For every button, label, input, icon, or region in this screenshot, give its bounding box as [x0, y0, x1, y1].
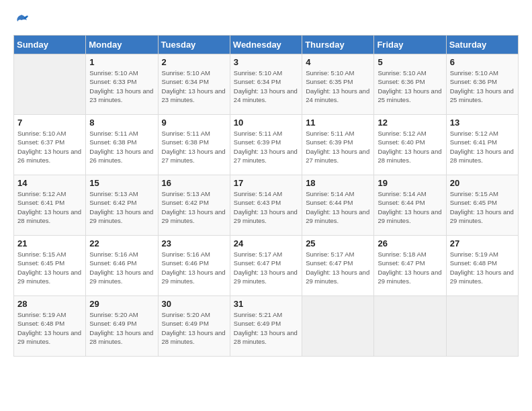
- day-number: 20: [450, 178, 515, 188]
- calendar-cell: 13Sunrise: 5:12 AM Sunset: 6:41 PM Dayli…: [446, 115, 518, 175]
- calendar-cell: 4Sunrise: 5:10 AM Sunset: 6:35 PM Daylig…: [302, 54, 374, 115]
- calendar-cell: 16Sunrise: 5:13 AM Sunset: 6:42 PM Dayli…: [158, 175, 230, 236]
- day-info: Sunrise: 5:10 AM Sunset: 6:36 PM Dayligh…: [450, 68, 515, 104]
- day-info: Sunrise: 5:16 AM Sunset: 6:46 PM Dayligh…: [162, 250, 226, 285]
- calendar-cell: 30Sunrise: 5:20 AM Sunset: 6:49 PM Dayli…: [158, 296, 230, 357]
- calendar-cell: 28Sunrise: 5:19 AM Sunset: 6:48 PM Dayli…: [14, 296, 86, 357]
- weekday-header: Sunday: [14, 36, 86, 54]
- day-number: 19: [378, 178, 442, 188]
- calendar-cell: [14, 54, 86, 115]
- day-info: Sunrise: 5:19 AM Sunset: 6:48 PM Dayligh…: [17, 310, 82, 346]
- day-info: Sunrise: 5:14 AM Sunset: 6:44 PM Dayligh…: [306, 189, 370, 225]
- day-number: 2: [162, 57, 226, 67]
- day-info: Sunrise: 5:10 AM Sunset: 6:33 PM Dayligh…: [89, 68, 154, 104]
- day-number: 4: [306, 57, 370, 67]
- calendar-week-row: 28Sunrise: 5:19 AM Sunset: 6:48 PM Dayli…: [14, 296, 519, 357]
- day-info: Sunrise: 5:15 AM Sunset: 6:45 PM Dayligh…: [17, 250, 82, 285]
- calendar-cell: 14Sunrise: 5:12 AM Sunset: 6:41 PM Dayli…: [14, 175, 86, 236]
- day-number: 25: [306, 238, 370, 248]
- calendar-cell: 25Sunrise: 5:17 AM Sunset: 6:47 PM Dayli…: [302, 236, 374, 296]
- weekday-header: Wednesday: [230, 36, 302, 54]
- day-number: 1: [89, 57, 154, 67]
- day-info: Sunrise: 5:10 AM Sunset: 6:34 PM Dayligh…: [234, 68, 298, 104]
- day-info: Sunrise: 5:10 AM Sunset: 6:34 PM Dayligh…: [162, 68, 226, 104]
- day-number: 23: [162, 238, 226, 248]
- day-number: 10: [234, 118, 298, 128]
- day-number: 15: [89, 178, 154, 188]
- day-info: Sunrise: 5:10 AM Sunset: 6:35 PM Dayligh…: [306, 68, 370, 104]
- weekday-header: Saturday: [446, 36, 518, 54]
- calendar-week-row: 14Sunrise: 5:12 AM Sunset: 6:41 PM Dayli…: [14, 175, 519, 236]
- weekday-header: Monday: [86, 36, 158, 54]
- day-number: 31: [234, 299, 298, 309]
- day-number: 14: [17, 178, 82, 188]
- day-info: Sunrise: 5:14 AM Sunset: 6:43 PM Dayligh…: [234, 189, 298, 225]
- calendar-cell: [446, 296, 518, 357]
- day-number: 29: [89, 299, 154, 309]
- day-number: 11: [306, 118, 370, 128]
- calendar-cell: 12Sunrise: 5:12 AM Sunset: 6:40 PM Dayli…: [374, 115, 446, 175]
- calendar-cell: 8Sunrise: 5:11 AM Sunset: 6:38 PM Daylig…: [86, 115, 158, 175]
- calendar-cell: 5Sunrise: 5:10 AM Sunset: 6:36 PM Daylig…: [374, 54, 446, 115]
- day-info: Sunrise: 5:17 AM Sunset: 6:47 PM Dayligh…: [306, 250, 370, 285]
- day-number: 13: [450, 118, 515, 128]
- day-number: 9: [162, 118, 226, 128]
- day-number: 3: [234, 57, 298, 67]
- day-info: Sunrise: 5:18 AM Sunset: 6:47 PM Dayligh…: [378, 250, 442, 285]
- calendar-cell: 17Sunrise: 5:14 AM Sunset: 6:43 PM Dayli…: [230, 175, 302, 236]
- calendar-cell: 23Sunrise: 5:16 AM Sunset: 6:46 PM Dayli…: [158, 236, 230, 296]
- day-info: Sunrise: 5:13 AM Sunset: 6:42 PM Dayligh…: [89, 189, 154, 225]
- calendar-cell: 1Sunrise: 5:10 AM Sunset: 6:33 PM Daylig…: [86, 54, 158, 115]
- day-number: 30: [162, 299, 226, 309]
- day-info: Sunrise: 5:12 AM Sunset: 6:40 PM Dayligh…: [378, 129, 442, 165]
- calendar-cell: 26Sunrise: 5:18 AM Sunset: 6:47 PM Dayli…: [374, 236, 446, 296]
- calendar-cell: 10Sunrise: 5:11 AM Sunset: 6:39 PM Dayli…: [230, 115, 302, 175]
- day-number: 26: [378, 238, 442, 248]
- day-info: Sunrise: 5:13 AM Sunset: 6:42 PM Dayligh…: [162, 189, 226, 225]
- calendar-table: SundayMondayTuesdayWednesdayThursdayFrid…: [13, 35, 519, 357]
- day-info: Sunrise: 5:10 AM Sunset: 6:37 PM Dayligh…: [17, 129, 82, 165]
- calendar-cell: 21Sunrise: 5:15 AM Sunset: 6:45 PM Dayli…: [14, 236, 86, 296]
- calendar-cell: 20Sunrise: 5:15 AM Sunset: 6:45 PM Dayli…: [446, 175, 518, 236]
- calendar-cell: 19Sunrise: 5:14 AM Sunset: 6:44 PM Dayli…: [374, 175, 446, 236]
- calendar-week-row: 7Sunrise: 5:10 AM Sunset: 6:37 PM Daylig…: [14, 115, 519, 175]
- day-info: Sunrise: 5:19 AM Sunset: 6:48 PM Dayligh…: [450, 250, 515, 285]
- calendar-week-row: 21Sunrise: 5:15 AM Sunset: 6:45 PM Dayli…: [14, 236, 519, 296]
- day-info: Sunrise: 5:17 AM Sunset: 6:47 PM Dayligh…: [234, 250, 298, 285]
- day-info: Sunrise: 5:11 AM Sunset: 6:38 PM Dayligh…: [162, 129, 226, 165]
- day-number: 22: [89, 238, 154, 248]
- day-number: 5: [378, 57, 442, 67]
- calendar-week-row: 1Sunrise: 5:10 AM Sunset: 6:33 PM Daylig…: [14, 54, 519, 115]
- weekday-header-row: SundayMondayTuesdayWednesdayThursdayFrid…: [14, 36, 519, 54]
- day-number: 17: [234, 178, 298, 188]
- day-info: Sunrise: 5:12 AM Sunset: 6:41 PM Dayligh…: [450, 129, 515, 165]
- day-number: 24: [234, 238, 298, 248]
- calendar-cell: 9Sunrise: 5:11 AM Sunset: 6:38 PM Daylig…: [158, 115, 230, 175]
- day-info: Sunrise: 5:12 AM Sunset: 6:41 PM Dayligh…: [17, 189, 82, 225]
- weekday-header: Friday: [374, 36, 446, 54]
- logo-bird-icon: [15, 13, 28, 27]
- day-number: 6: [450, 57, 515, 67]
- calendar-cell: 2Sunrise: 5:10 AM Sunset: 6:34 PM Daylig…: [158, 54, 230, 115]
- calendar-cell: 11Sunrise: 5:11 AM Sunset: 6:39 PM Dayli…: [302, 115, 374, 175]
- calendar-cell: 7Sunrise: 5:10 AM Sunset: 6:37 PM Daylig…: [14, 115, 86, 175]
- weekday-header: Tuesday: [158, 36, 230, 54]
- day-number: 7: [17, 118, 82, 128]
- day-info: Sunrise: 5:10 AM Sunset: 6:36 PM Dayligh…: [378, 68, 442, 104]
- logo: [13, 13, 28, 30]
- day-number: 16: [162, 178, 226, 188]
- day-info: Sunrise: 5:16 AM Sunset: 6:46 PM Dayligh…: [89, 250, 154, 285]
- calendar-cell: [302, 296, 374, 357]
- calendar-cell: [374, 296, 446, 357]
- calendar-cell: 22Sunrise: 5:16 AM Sunset: 6:46 PM Dayli…: [86, 236, 158, 296]
- calendar-cell: 29Sunrise: 5:20 AM Sunset: 6:49 PM Dayli…: [86, 296, 158, 357]
- day-number: 18: [306, 178, 370, 188]
- day-number: 8: [89, 118, 154, 128]
- day-info: Sunrise: 5:11 AM Sunset: 6:38 PM Dayligh…: [89, 129, 154, 165]
- calendar-cell: 27Sunrise: 5:19 AM Sunset: 6:48 PM Dayli…: [446, 236, 518, 296]
- calendar-cell: 6Sunrise: 5:10 AM Sunset: 6:36 PM Daylig…: [446, 54, 518, 115]
- day-number: 27: [450, 238, 515, 248]
- logo-text: [13, 13, 28, 30]
- calendar-cell: 31Sunrise: 5:21 AM Sunset: 6:49 PM Dayli…: [230, 296, 302, 357]
- day-info: Sunrise: 5:20 AM Sunset: 6:49 PM Dayligh…: [89, 310, 154, 346]
